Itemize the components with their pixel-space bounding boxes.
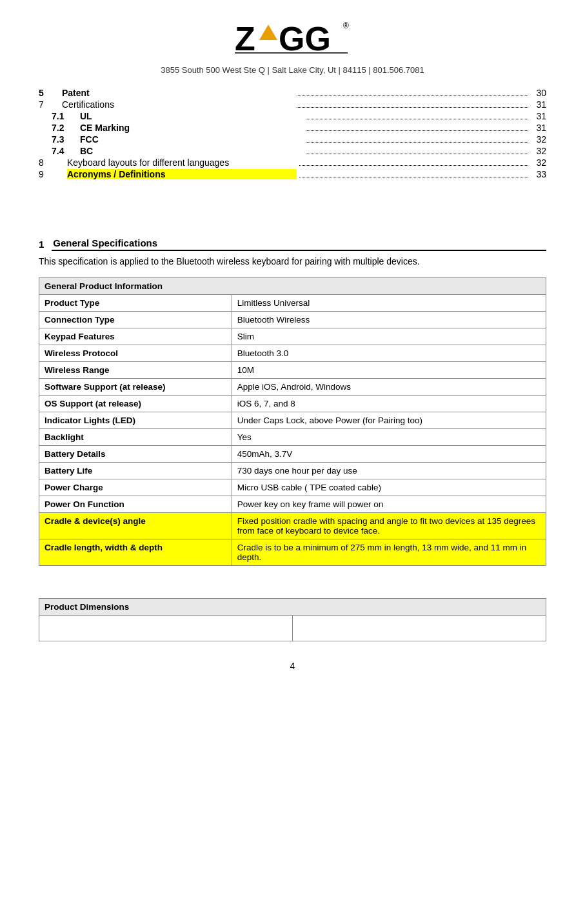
toc-page: 31	[531, 111, 546, 121]
table-value: Limitless Universal	[232, 295, 546, 312]
toc-dots	[297, 95, 529, 96]
table-label: OS Support (at release)	[39, 396, 232, 412]
table-label-cradle-length: Cradle length, width & depth	[39, 539, 232, 566]
page-number: 4	[39, 661, 546, 671]
toc-dots	[306, 130, 529, 131]
table-value: 10M	[232, 362, 546, 379]
toc-dots	[297, 107, 529, 108]
toc-page: 33	[531, 169, 546, 179]
table-row: Power On Function Power key on key frame…	[39, 496, 546, 513]
toc-number: 7.3	[52, 134, 75, 145]
table-empty-cell	[39, 616, 293, 641]
table-row: Product Type Limitless Universal	[39, 295, 546, 312]
logo-area: Z GG ®	[39, 19, 546, 60]
table-empty-cell	[293, 616, 546, 641]
table-label: Indicator Lights (LED)	[39, 412, 232, 429]
toc-page: 31	[531, 123, 546, 133]
toc-title: CE Marking	[80, 123, 303, 133]
toc-number: 7.2	[52, 123, 75, 133]
toc-page: 30	[531, 88, 546, 98]
section1-number: 1	[39, 239, 44, 251]
table-row: Software Support (at release) Apple iOS,…	[39, 379, 546, 396]
table-value: Slim	[232, 328, 546, 345]
table-label: Wireless Protocol	[39, 345, 232, 362]
table-label: Software Support (at release)	[39, 379, 232, 396]
table-row: Connection Type Bluetooth Wireless	[39, 312, 546, 328]
table-header-row: General Product Information	[39, 278, 546, 295]
table-row-cradle-length: Cradle length, width & depth Cradle is t…	[39, 539, 546, 566]
table-header-cell: Product Dimensions	[39, 599, 546, 616]
svg-text:Z: Z	[235, 20, 255, 57]
svg-marker-1	[259, 25, 277, 40]
toc-page: 32	[531, 157, 546, 168]
table-value: Yes	[232, 429, 546, 446]
table-value-cradle-angle: Fixed position cradle with spacing and a…	[232, 513, 546, 539]
section1-title: General Specifications	[52, 237, 546, 251]
toc-number: 7	[39, 99, 62, 110]
toc-number: 8	[39, 157, 62, 168]
table-label: Power Charge	[39, 479, 232, 496]
table-row-empty	[39, 616, 546, 641]
table-value: Power key on key frame will power on	[232, 496, 546, 513]
table-row: Backlight Yes	[39, 429, 546, 446]
table-row: Power Charge Micro USB cable ( TPE coate…	[39, 479, 546, 496]
toc-item-fcc: 7.3 FCC 32	[39, 134, 546, 145]
table-row-cradle-angle: Cradle & device(s) angle Fixed position …	[39, 513, 546, 539]
svg-text:®: ®	[343, 21, 349, 30]
table-label-cradle-angle: Cradle & device(s) angle	[39, 513, 232, 539]
table-label: Battery Life	[39, 463, 232, 479]
toc-item-certifications: 7 Certifications 31	[39, 99, 546, 110]
table-label: Product Type	[39, 295, 232, 312]
general-spec-table: General Product Information Product Type…	[39, 277, 546, 566]
toc-item-bc: 7.4 BC 32	[39, 146, 546, 156]
section1-header: 1 General Specifications	[39, 237, 546, 251]
toc-dots	[306, 154, 529, 154]
product-dim-table: Product Dimensions	[39, 598, 546, 641]
table-row: Wireless Protocol Bluetooth 3.0	[39, 345, 546, 362]
toc-page: 31	[531, 99, 546, 110]
table-value: 730 days one hour per day use	[232, 463, 546, 479]
toc-title: Keyboard layouts for different languages	[67, 157, 297, 168]
table-label: Backlight	[39, 429, 232, 446]
section1-intro: This specification is applied to the Blu…	[39, 255, 546, 268]
toc-item-patent: 5 Patent 30	[39, 88, 546, 98]
table-header-cell: General Product Information	[39, 278, 546, 295]
address-line: 3855 South 500 West Ste Q | Salt Lake Ci…	[39, 65, 546, 75]
svg-text:GG: GG	[279, 20, 331, 57]
table-label: Wireless Range	[39, 362, 232, 379]
table-label: Keypad Features	[39, 328, 232, 345]
table-row: Battery Details 450mAh, 3.7V	[39, 446, 546, 463]
table-value: Bluetooth Wireless	[232, 312, 546, 328]
toc-page: 32	[531, 146, 546, 156]
table-row: Indicator Lights (LED) Under Caps Lock, …	[39, 412, 546, 429]
table-label: Power On Function	[39, 496, 232, 513]
table-value-cradle-length: Cradle is to be a minimum of 275 mm in l…	[232, 539, 546, 566]
toc-dots	[299, 177, 529, 177]
table-header-row: Product Dimensions	[39, 599, 546, 616]
toc-title: Patent	[62, 88, 294, 98]
table-row: Battery Life 730 days one hour per day u…	[39, 463, 546, 479]
table-value: Under Caps Lock, above Power (for Pairin…	[232, 412, 546, 429]
toc-title: BC	[80, 146, 303, 156]
toc-item-acronyms: 9 Acronyms / Definitions 33	[39, 169, 546, 179]
table-row: Keypad Features Slim	[39, 328, 546, 345]
toc-item-keyboard-layouts: 8 Keyboard layouts for different languag…	[39, 157, 546, 168]
table-value: Micro USB cable ( TPE coated cable)	[232, 479, 546, 496]
toc-number: 7.1	[52, 111, 75, 121]
table-value: Bluetooth 3.0	[232, 345, 546, 362]
table-value: iOS 6, 7, and 8	[232, 396, 546, 412]
toc-title: FCC	[80, 134, 303, 145]
toc-title: Certifications	[62, 99, 294, 110]
table-label: Battery Details	[39, 446, 232, 463]
table-row: OS Support (at release) iOS 6, 7, and 8	[39, 396, 546, 412]
toc-title-acronyms: Acronyms / Definitions	[67, 169, 297, 179]
toc-number: 7.4	[52, 146, 75, 156]
toc-dots	[306, 142, 529, 143]
toc-item-ul: 7.1 UL 31	[39, 111, 546, 121]
table-value: 450mAh, 3.7V	[232, 446, 546, 463]
toc-title: UL	[80, 111, 303, 121]
toc-item-ce-marking: 7.2 CE Marking 31	[39, 123, 546, 133]
toc-dots	[299, 165, 529, 166]
toc-section: 5 Patent 30 7 Certifications 31 7.1 UL 3…	[39, 88, 546, 179]
toc-dots	[306, 119, 529, 119]
